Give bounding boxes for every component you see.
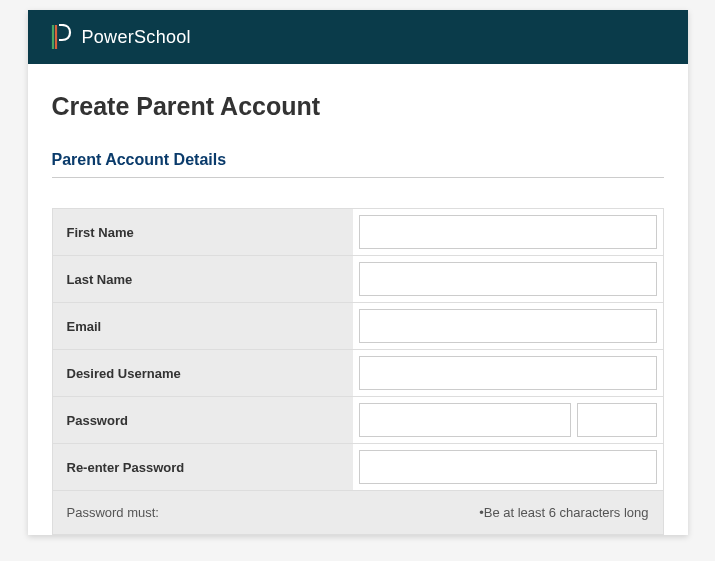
username-row: Desired Username (53, 350, 663, 397)
last-name-row: Last Name (53, 256, 663, 303)
page-title: Create Parent Account (52, 92, 664, 121)
account-form: First Name Last Name Email Desired Usern… (52, 208, 664, 535)
section-title: Parent Account Details (52, 151, 664, 178)
password-hint-row: Password must: •Be at least 6 characters… (53, 491, 663, 534)
password-hint-rule: •Be at least 6 characters long (479, 505, 648, 520)
password-input[interactable] (359, 403, 571, 437)
password-label: Password (53, 397, 353, 443)
email-input[interactable] (359, 309, 657, 343)
email-row: Email (53, 303, 663, 350)
first-name-label: First Name (53, 209, 353, 255)
password-hint-label: Password must: (67, 505, 159, 520)
first-name-input[interactable] (359, 215, 657, 249)
first-name-row: First Name (53, 209, 663, 256)
email-cell (353, 303, 663, 349)
password-row: Password (53, 397, 663, 444)
username-input[interactable] (359, 356, 657, 390)
first-name-cell (353, 209, 663, 255)
content-area: Create Parent Account Parent Account Det… (28, 64, 688, 535)
reenter-password-label: Re-enter Password (53, 444, 353, 490)
last-name-label: Last Name (53, 256, 353, 302)
app-header: PowerSchool (28, 10, 688, 64)
app-container: PowerSchool Create Parent Account Parent… (28, 10, 688, 535)
email-label: Email (53, 303, 353, 349)
powerschool-logo-icon (50, 24, 72, 50)
brand-name: PowerSchool (82, 27, 191, 48)
reenter-password-input[interactable] (359, 450, 657, 484)
password-strength-indicator (577, 403, 657, 437)
username-cell (353, 350, 663, 396)
reenter-password-row: Re-enter Password (53, 444, 663, 491)
password-cell (353, 397, 663, 443)
reenter-password-cell (353, 444, 663, 490)
last-name-input[interactable] (359, 262, 657, 296)
last-name-cell (353, 256, 663, 302)
username-label: Desired Username (53, 350, 353, 396)
